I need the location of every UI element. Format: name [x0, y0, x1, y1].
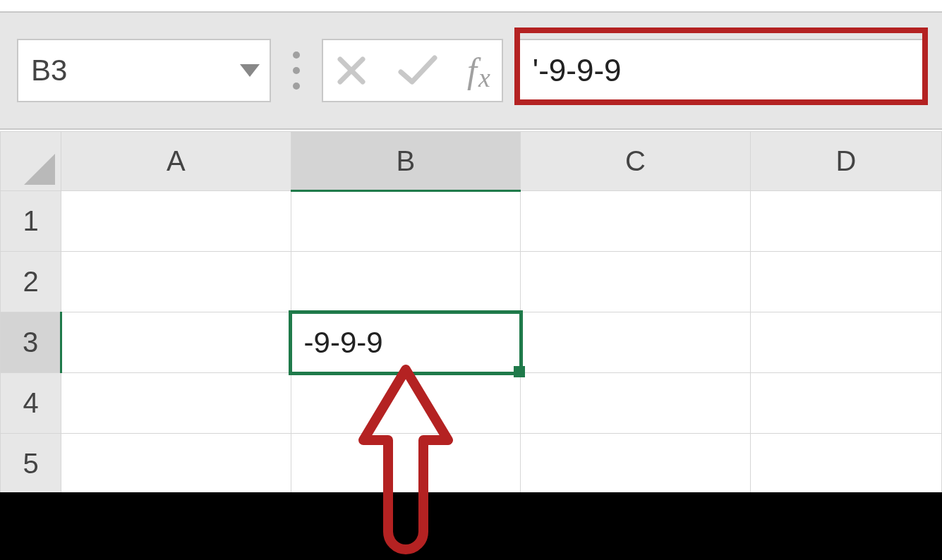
confirm-check-icon — [397, 54, 439, 87]
window-top-strip — [0, 0, 942, 13]
cell-b1[interactable] — [291, 191, 521, 252]
row-header-4[interactable]: 4 — [1, 373, 61, 434]
cell-a4[interactable] — [61, 373, 291, 434]
cell-c4[interactable] — [521, 373, 751, 434]
formula-bar-input[interactable]: '-9-9-9 — [514, 39, 925, 102]
cell-d3[interactable] — [750, 312, 941, 373]
column-header-d[interactable]: D — [750, 132, 941, 191]
spreadsheet-grid: ABCD 123-9-9-945 — [0, 131, 942, 494]
row-header-3[interactable]: 3 — [1, 312, 61, 373]
bottom-black-bar — [0, 492, 942, 560]
cell-d1[interactable] — [750, 191, 941, 252]
name-box[interactable]: B3 — [17, 39, 271, 102]
column-header-c[interactable]: C — [521, 132, 751, 191]
cancel-x-icon — [334, 54, 368, 87]
cell-a3[interactable] — [61, 312, 291, 373]
cell-b2[interactable] — [291, 252, 521, 312]
cell-d5[interactable] — [750, 434, 941, 494]
cell-b3[interactable]: -9-9-9 — [291, 312, 521, 373]
cell-a2[interactable] — [61, 252, 291, 312]
svg-marker-0 — [240, 64, 260, 77]
cell-a1[interactable] — [61, 191, 291, 252]
fx-icon[interactable]: fx — [467, 50, 490, 91]
row-header-5[interactable]: 5 — [1, 434, 61, 494]
formula-bar-value: '-9-9-9 — [533, 53, 622, 88]
cell-d2[interactable] — [750, 252, 941, 312]
select-all-corner[interactable] — [1, 132, 61, 191]
cell-c1[interactable] — [521, 191, 751, 252]
name-box-value: B3 — [31, 54, 67, 87]
cell-b5[interactable] — [291, 434, 521, 494]
row-header-1[interactable]: 1 — [1, 191, 61, 252]
formula-bar-tools: fx — [322, 39, 503, 102]
cell-c3[interactable] — [521, 312, 751, 373]
formula-bar-area: B3 fx '-9-9-9 — [0, 13, 942, 128]
cell-d4[interactable] — [750, 373, 941, 434]
name-box-dropdown-icon[interactable] — [240, 64, 260, 77]
cell-b4[interactable] — [291, 373, 521, 434]
column-header-b[interactable]: B — [291, 132, 521, 191]
cell-c2[interactable] — [521, 252, 751, 312]
cell-a5[interactable] — [61, 434, 291, 494]
formula-bar-grip-icon — [282, 39, 310, 102]
column-header-a[interactable]: A — [61, 132, 291, 191]
row-header-2[interactable]: 2 — [1, 252, 61, 312]
cell-c5[interactable] — [521, 434, 751, 494]
